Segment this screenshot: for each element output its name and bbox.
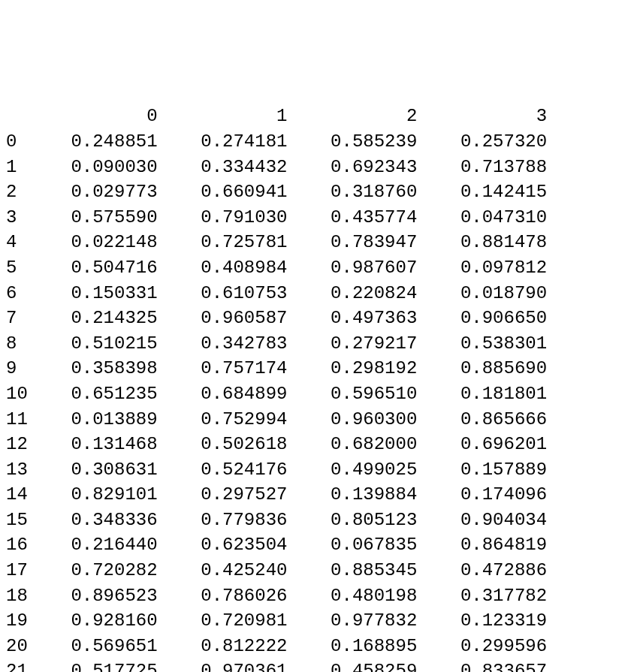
dataframe-output: 0 1 2 3 0 0.248851 0.274181 0.585239 0.2… (6, 104, 622, 672)
